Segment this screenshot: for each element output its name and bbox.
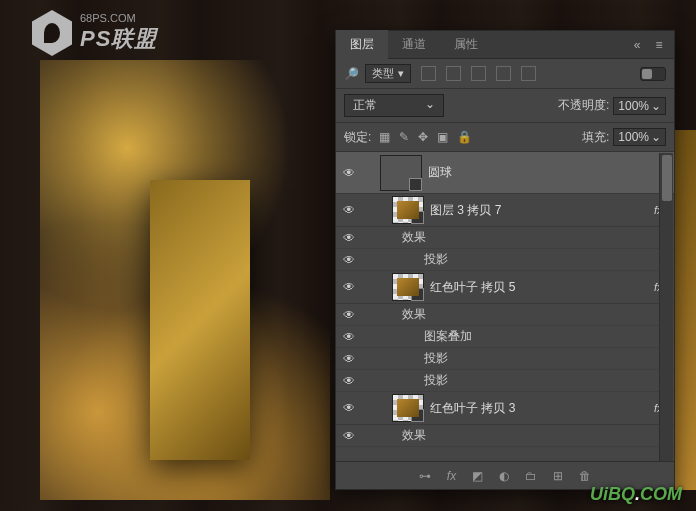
opacity-label: 不透明度: [558,97,609,114]
lock-all-icon[interactable]: 🔒 [457,130,472,144]
panel-tabs: 图层 通道 属性 [336,30,622,59]
blend-mode-select[interactable]: 正常 ⌄ [344,94,444,117]
visibility-toggle[interactable]: 👁 [336,401,362,415]
blend-mode-value: 正常 [353,97,377,114]
effect-row[interactable]: 👁 效果 [336,304,674,326]
chevron-down-icon: ⌄ [425,97,435,114]
layer-name[interactable]: 红色叶子 拷贝 5 [430,279,654,296]
visibility-toggle[interactable]: 👁 [336,280,362,294]
visibility-toggle[interactable]: 👁 [336,308,362,322]
visibility-toggle[interactable]: 👁 [336,166,362,180]
effect-row[interactable]: 👁 效果 [336,227,674,249]
link-layers-icon[interactable]: ⊶ [419,469,431,483]
filter-smart-icon[interactable] [521,66,536,81]
chevron-down-icon: ⌄ [651,130,661,144]
effect-label: 投影 [424,373,448,387]
tab-properties[interactable]: 属性 [440,30,492,59]
visibility-toggle[interactable]: 👁 [336,429,362,443]
filter-type-icon[interactable] [471,66,486,81]
gold-decoration-left [40,60,330,500]
watermark-suffix: COM [640,484,682,504]
layer-thumbnail[interactable] [392,394,424,422]
new-group-icon[interactable]: 🗀 [525,469,537,483]
layer-fx-icon[interactable]: fx [447,469,456,483]
fill-value: 100% [618,130,649,144]
adjustment-layer-icon[interactable]: ◐ [499,469,509,483]
layer-name[interactable]: 红色叶子 拷贝 3 [430,400,654,417]
lock-brush-icon[interactable]: ✎ [399,130,409,144]
search-icon[interactable]: 🔎 [344,67,359,81]
fill-label: 填充: [582,129,609,146]
scrollbar[interactable] [659,153,673,461]
chevron-down-icon: ⌄ [651,99,661,113]
effect-label: 投影 [424,252,448,266]
effect-row[interactable]: 👁 投影 [336,370,674,392]
blend-row: 正常 ⌄ 不透明度: 100% ⌄ [336,89,674,123]
effect-row[interactable]: 👁 图案叠加 [336,326,674,348]
logo-url: 68PS.COM [80,12,157,24]
filter-kind-label: 类型 [372,66,394,81]
lock-row: 锁定: ▦ ✎ ✥ ▣ 🔒 填充: 100% ⌄ [336,123,674,152]
layers-panel: 图层 通道 属性 « ≡ 🔎 类型 ▾ 正常 ⌄ 不透明度: [335,30,675,490]
add-mask-icon[interactable]: ◩ [472,469,483,483]
new-layer-icon[interactable]: ⊞ [553,469,563,483]
filter-kind-select[interactable]: 类型 ▾ [365,64,411,83]
logo-hexagon-icon [32,10,72,56]
chevron-down-icon: ▾ [398,67,404,80]
collapse-icon[interactable]: « [630,38,644,52]
layer-thumbnail[interactable] [392,273,424,301]
effect-label: 效果 [402,307,426,321]
panel-menu-icon[interactable]: ≡ [652,38,666,52]
lock-artboard-icon[interactable]: ▣ [437,130,448,144]
layers-list: 👁 圆球 👁 图层 3 拷贝 7 fx ˆ 👁 效果 👁 投影 [336,152,674,461]
layer-thumbnail[interactable] [380,155,422,191]
logo-brand: PS联盟 [80,24,157,54]
opacity-input[interactable]: 100% ⌄ [613,97,666,115]
filter-adjust-icon[interactable] [446,66,461,81]
delete-layer-icon[interactable]: 🗑 [579,469,591,483]
effect-label: 投影 [424,351,448,365]
effect-row[interactable]: 👁 投影 [336,348,674,370]
effect-label: 效果 [402,428,426,442]
watermark-text: UiBQ [590,484,635,504]
tab-layers[interactable]: 图层 [336,30,388,59]
visibility-toggle[interactable]: 👁 [336,231,362,245]
lock-position-icon[interactable]: ✥ [418,130,428,144]
visibility-toggle[interactable]: 👁 [336,374,362,388]
effect-row[interactable]: 👁 投影 [336,249,674,271]
layer-row-sphere[interactable]: 👁 圆球 [336,152,674,194]
effect-label: 效果 [402,230,426,244]
layer-thumbnail[interactable] [392,196,424,224]
effect-row[interactable]: 👁 效果 [336,425,674,447]
lock-transparency-icon[interactable]: ▦ [379,130,390,144]
filter-type-icons [421,66,536,81]
layer-row-redleaf3[interactable]: 👁 红色叶子 拷贝 3 fx ˆ [336,392,674,425]
site-logo: 68PS.COM PS联盟 [32,10,157,56]
panel-header: 图层 通道 属性 « ≡ [336,31,674,59]
visibility-toggle[interactable]: 👁 [336,203,362,217]
filter-shape-icon[interactable] [496,66,511,81]
layer-name[interactable]: 圆球 [428,164,452,181]
visibility-toggle[interactable]: 👁 [336,253,362,267]
tab-channels[interactable]: 通道 [388,30,440,59]
visibility-toggle[interactable]: 👁 [336,352,362,366]
watermark: UiBQ.COM [590,484,682,505]
layer-name[interactable]: 图层 3 拷贝 7 [430,202,654,219]
visibility-toggle[interactable]: 👁 [336,330,362,344]
fill-input[interactable]: 100% ⌄ [613,128,666,146]
opacity-value: 100% [618,99,649,113]
scrollbar-thumb[interactable] [662,155,672,201]
filter-row: 🔎 类型 ▾ [336,59,674,89]
lock-label: 锁定: [344,129,371,146]
effect-label: 图案叠加 [424,329,472,343]
layer-row-redleaf5[interactable]: 👁 红色叶子 拷贝 5 fx ˆ [336,271,674,304]
layer-row-layer3copy7[interactable]: 👁 图层 3 拷贝 7 fx ˆ [336,194,674,227]
filter-toggle[interactable] [640,67,666,81]
filter-pixel-icon[interactable] [421,66,436,81]
